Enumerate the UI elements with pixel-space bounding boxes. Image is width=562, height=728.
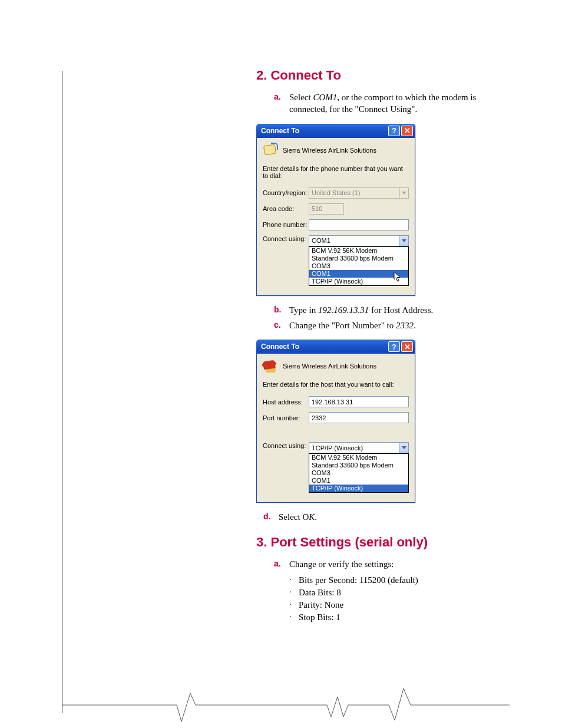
step-text: Select COM1, or the comport to which the… [289,91,510,116]
dialog-product: Sierra Wireless AirLink Solutions [283,363,376,370]
step-d: d. Select OK. [263,511,510,523]
dialog-prompt: Enter details for the host that you want… [263,381,409,388]
step-marker: d. [263,511,279,523]
dialog-title: Connect To [261,342,387,351]
page-footer-wave [62,701,510,725]
step-marker: a. [274,91,289,116]
bullet-dot: · [289,587,299,599]
port-number-label: Port number: [263,414,309,421]
combo-option[interactable]: TCP/IP (Winsock) [309,485,408,492]
combo-option[interactable]: BCM V.92 56K Modem [309,454,408,462]
combo-option[interactable]: BCM V.92 56K Modem [309,247,408,255]
combo-option[interactable]: Standard 33600 bps Modem [309,462,408,469]
step-3a: a. Change or verify the settings: [274,558,510,570]
step-a: a. Select COM1, or the comport to which … [274,91,510,116]
connect-using-label: Connect using: [263,235,309,242]
step-b: b. Type in 192.169.13.31 for Host Addres… [274,304,510,316]
step-marker: c. [274,319,289,331]
area-code-input[interactable]: 510 [309,203,344,215]
step-text: Type in 192.169.13.31 for Host Address. [289,304,510,316]
connect-to-dialog-1: Connect To ? ✕ Sierra Wireless AirLink S… [256,124,415,296]
phone-number-input[interactable] [309,219,409,230]
bullet-text: Parity: None [299,599,343,611]
combo-option[interactable]: COM1 [309,477,408,485]
host-address-input[interactable]: 192.168.13.31 [309,396,409,407]
dialog-title: Connect To [261,127,387,135]
bullet-text: Stop Bits: 1 [299,611,340,624]
bullet-dot: · [289,611,299,624]
connect-to-dialog-2: Connect To ? ✕ Sierra Wireless AirLink S… [256,340,415,503]
combo-option[interactable]: COM3 [309,262,408,270]
bullet-dot: · [289,574,299,587]
connect-using-dropdown[interactable]: BCM V.92 56K ModemStandard 33600 bps Mod… [309,246,409,286]
help-button[interactable]: ? [388,341,400,352]
dialog-titlebar[interactable]: Connect To ? ✕ [256,124,415,138]
connect-using-label: Connect using: [263,442,309,449]
bullet-item: ·Stop Bits: 1 [289,611,510,624]
bullet-item: ·Bits per Second: 115200 (default) [289,574,510,587]
connect-using-combo[interactable]: TCP/IP (Winsock) BCM V.92 56K ModemStand… [309,442,409,493]
step-marker: b. [274,304,289,316]
bullet-text: Data Bits: 8 [299,587,341,599]
bullet-dot: · [289,599,299,611]
page-content: 2. Connect To a. Select COM1, or the com… [62,68,510,624]
chevron-down-icon[interactable] [399,188,408,198]
phone-number-label: Phone number: [263,221,309,228]
combo-option[interactable]: COM3 [309,469,408,477]
bullet-item: ·Data Bits: 8 [289,587,510,599]
area-code-label: Area code: [263,205,309,212]
close-button[interactable]: ✕ [401,126,413,136]
step-marker: a. [274,558,289,570]
step-text: Change or verify the settings: [289,558,510,570]
close-button[interactable]: ✕ [401,341,413,352]
step-c: c. Change the "Port Number" to 2332. [274,319,510,331]
chevron-down-icon[interactable] [399,443,408,453]
section-3-heading: 3. Port Settings (serial only) [256,535,510,550]
dialog-titlebar[interactable]: Connect To ? ✕ [256,340,415,354]
step-text: Change the "Port Number" to 2332. [289,319,510,331]
combo-option[interactable]: Standard 33600 bps Modem [309,255,408,262]
section-2-heading: 2. Connect To [256,68,510,83]
modem-icon [263,144,278,157]
connect-using-combo[interactable]: COM1 BCM V.92 56K ModemStandard 33600 bp… [309,235,409,286]
bullet-item: ·Parity: None [289,599,510,611]
dialog-prompt: Enter details for the phone number that … [263,165,409,179]
help-button[interactable]: ? [388,126,400,136]
connect-using-dropdown[interactable]: BCM V.92 56K ModemStandard 33600 bps Mod… [309,453,409,493]
country-select[interactable]: United States (1) [309,187,409,199]
combo-option[interactable]: TCP/IP (Winsock) [309,278,408,285]
dialog-product: Sierra Wireless AirLink Solutions [283,147,376,154]
phone-icon [263,360,278,373]
step-text: Select OK. [279,511,510,523]
combo-option[interactable]: COM1 [309,270,408,278]
country-label: Country/region: [263,189,309,196]
port-number-input[interactable]: 2332 [309,412,409,423]
bullet-text: Bits per Second: 115200 (default) [299,574,418,587]
chevron-down-icon[interactable] [399,236,408,246]
host-address-label: Host address: [263,398,309,406]
